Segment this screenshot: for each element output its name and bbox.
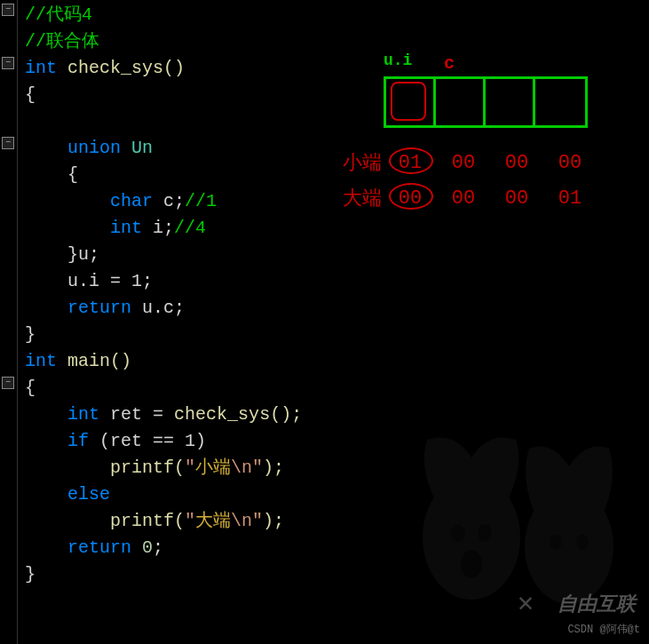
func-main: main (67, 351, 110, 371)
func-call: check_sys (174, 404, 270, 425)
logo-x-icon: ✕ (518, 586, 534, 619)
keyword-int: int (25, 58, 57, 78)
keyword-if: if (67, 431, 89, 451)
brace: { (25, 378, 36, 398)
brace: } (25, 324, 36, 345)
fold-icon[interactable]: − (2, 137, 14, 149)
logo-text: 自由互联 (558, 591, 636, 617)
keyword-union: union (67, 138, 121, 158)
keyword-int: int (25, 351, 57, 371)
func-printf: printf (110, 457, 174, 478)
code-editor: − − − − //代码4 //联合体 int check_sys() { un… (0, 0, 649, 644)
fold-icon[interactable]: − (2, 377, 14, 389)
fold-gutter: − − − − (0, 0, 18, 644)
brace: { (67, 164, 78, 185)
var: ret (110, 404, 142, 425)
comment: //联合体 (25, 31, 99, 52)
comment: //代码4 (25, 4, 92, 25)
struct-name: Un (131, 138, 153, 158)
brace: } (25, 564, 36, 584)
func-printf: printf (110, 511, 174, 531)
brace: }u; (67, 244, 99, 265)
var: i (153, 218, 163, 238)
keyword-else: else (67, 484, 110, 505)
comment: //4 (174, 218, 206, 238)
keyword-char: char (110, 191, 153, 211)
condition: (ret == 1) (99, 431, 206, 451)
fold-icon[interactable]: − (2, 57, 14, 69)
watermark: CSDN @阿伟@t (567, 622, 640, 637)
func-name: check_sys (67, 58, 163, 78)
expr: u.c; (142, 298, 185, 318)
comment: //1 (185, 191, 217, 211)
parens: () (163, 58, 185, 78)
brace: { (25, 84, 36, 105)
code-area[interactable]: //代码4 //联合体 int check_sys() { union Un {… (18, 0, 649, 644)
var: c (163, 191, 174, 211)
keyword-return: return (67, 298, 131, 318)
keyword-int: int (110, 218, 142, 238)
literal-zero: 0 (142, 537, 153, 558)
fold-icon[interactable]: − (2, 4, 14, 16)
keyword-return: return (67, 537, 131, 558)
keyword-int: int (67, 404, 99, 425)
statement: u.i = 1; (67, 271, 153, 291)
